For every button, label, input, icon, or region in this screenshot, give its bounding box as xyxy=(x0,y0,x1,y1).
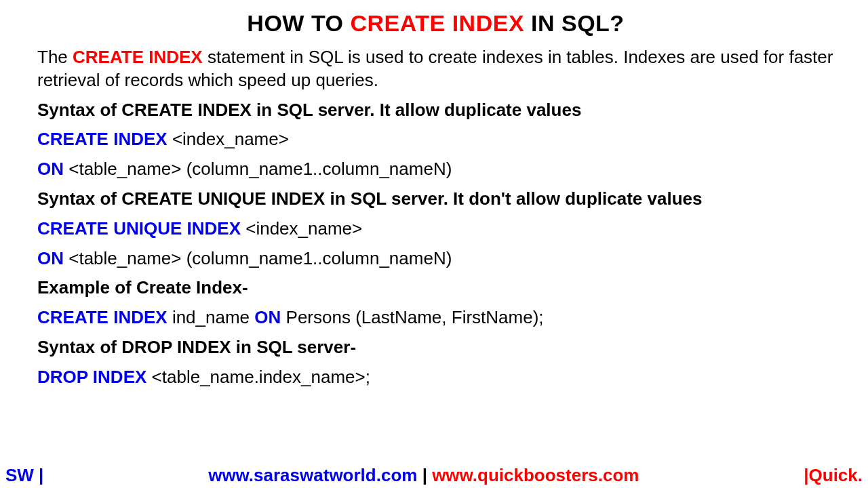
footer-left: SW | xyxy=(5,465,43,486)
keyword-create-index: CREATE INDEX xyxy=(37,129,167,149)
syntax1-line1-rest: <index_name> xyxy=(167,129,289,149)
footer-right: |Quick. xyxy=(804,465,863,486)
keyword-on: ON xyxy=(37,159,64,179)
page-title: HOW TO CREATE INDEX IN SQL? xyxy=(37,10,834,37)
intro-paragraph: The CREATE INDEX statement in SQL is use… xyxy=(37,46,834,92)
syntax2-line1: CREATE UNIQUE INDEX <index_name> xyxy=(37,218,834,241)
footer-center: www.saraswatworld.com | www.quickbooster… xyxy=(43,465,804,486)
title-highlight: CREATE INDEX xyxy=(350,10,524,36)
example-mid2: Persons (LastName, FirstName); xyxy=(281,307,543,327)
intro-keyword: CREATE INDEX xyxy=(73,47,203,67)
footer: SW | www.saraswatworld.com | www.quickbo… xyxy=(0,465,868,486)
syntax2-line2: ON <table_name> (column_name1..column_na… xyxy=(37,247,834,270)
example-line: CREATE INDEX ind_name ON Persons (LastNa… xyxy=(37,306,834,329)
title-part-3: IN SQL? xyxy=(524,10,625,36)
example-heading: Example of Create Index- xyxy=(37,277,834,300)
syntax1-heading: Syntax of CREATE INDEX in SQL server. It… xyxy=(37,99,834,122)
document-content: HOW TO CREATE INDEX IN SQL? The CREATE I… xyxy=(0,0,868,389)
syntax2-line1-rest: <index_name> xyxy=(241,218,362,239)
syntax2-line2-rest: <table_name> (column_name1..column_nameN… xyxy=(64,248,452,268)
title-part-1: HOW TO xyxy=(247,10,350,36)
syntax2-heading: Syntax of CREATE UNIQUE INDEX in SQL ser… xyxy=(37,188,834,211)
example-kw1: CREATE INDEX xyxy=(37,307,167,327)
syntax1-line2: ON <table_name> (column_name1..column_na… xyxy=(37,158,834,181)
keyword-create-unique-index: CREATE UNIQUE INDEX xyxy=(37,218,241,239)
example-kw2: ON xyxy=(254,307,281,327)
drop-line-rest: <table_name.index_name>; xyxy=(146,367,370,387)
keyword-drop-index: DROP INDEX xyxy=(37,367,146,387)
example-mid1: ind_name xyxy=(167,307,255,327)
intro-text-1: The xyxy=(37,47,73,67)
drop-line: DROP INDEX <table_name.index_name>; xyxy=(37,366,834,389)
syntax1-line1: CREATE INDEX <index_name> xyxy=(37,128,834,151)
syntax1-line2-rest: <table_name> (column_name1..column_nameN… xyxy=(64,159,452,179)
footer-pipe: | xyxy=(417,465,432,485)
drop-heading: Syntax of DROP INDEX in SQL server- xyxy=(37,336,834,359)
footer-site2: www.quickboosters.com xyxy=(432,465,639,485)
keyword-on-2: ON xyxy=(37,248,64,268)
footer-site1: www.saraswatworld.com xyxy=(208,465,417,485)
